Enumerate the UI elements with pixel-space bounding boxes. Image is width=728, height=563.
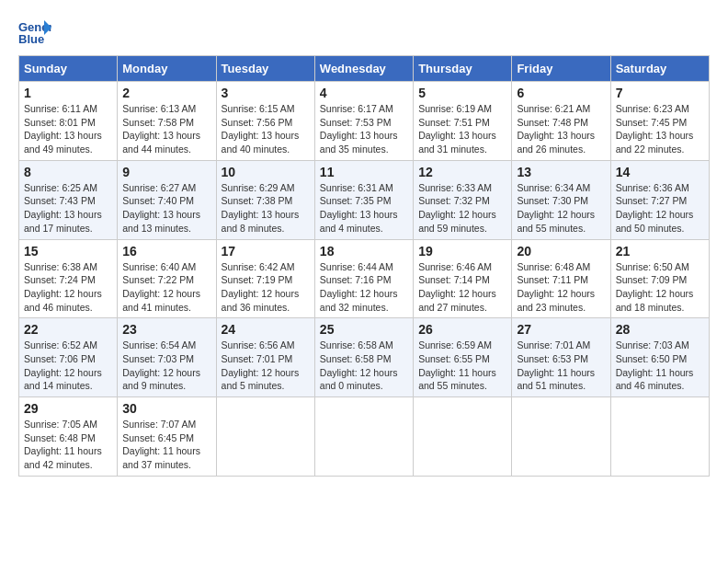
calendar-cell: 29Sunrise: 7:05 AM Sunset: 6:48 PM Dayli… bbox=[19, 397, 118, 477]
day-info: Sunrise: 6:11 AM Sunset: 8:01 PM Dayligh… bbox=[24, 102, 112, 156]
day-info: Sunrise: 6:54 AM Sunset: 7:03 PM Dayligh… bbox=[122, 339, 210, 393]
day-info: Sunrise: 7:07 AM Sunset: 6:45 PM Dayligh… bbox=[122, 418, 210, 472]
week-row-4: 22Sunrise: 6:52 AM Sunset: 7:06 PM Dayli… bbox=[19, 318, 710, 397]
day-info: Sunrise: 6:23 AM Sunset: 7:45 PM Dayligh… bbox=[616, 102, 704, 156]
day-number: 28 bbox=[616, 322, 704, 337]
day-number: 27 bbox=[517, 322, 605, 337]
calendar-cell: 15Sunrise: 6:38 AM Sunset: 7:24 PM Dayli… bbox=[19, 239, 118, 318]
day-number: 1 bbox=[24, 86, 112, 100]
day-info: Sunrise: 6:13 AM Sunset: 7:58 PM Dayligh… bbox=[122, 102, 210, 156]
calendar-cell: 17Sunrise: 6:42 AM Sunset: 7:19 PM Dayli… bbox=[216, 239, 314, 318]
calendar-cell: 28Sunrise: 7:03 AM Sunset: 6:50 PM Dayli… bbox=[610, 318, 709, 397]
calendar-cell: 30Sunrise: 7:07 AM Sunset: 6:45 PM Dayli… bbox=[118, 397, 216, 477]
day-info: Sunrise: 6:33 AM Sunset: 7:32 PM Dayligh… bbox=[418, 181, 506, 236]
logo-icon: General Blue bbox=[18, 18, 51, 46]
day-number: 26 bbox=[418, 322, 506, 337]
day-number: 3 bbox=[222, 86, 310, 100]
day-info: Sunrise: 6:52 AM Sunset: 7:06 PM Dayligh… bbox=[24, 339, 112, 393]
day-number: 23 bbox=[122, 322, 210, 337]
day-number: 10 bbox=[222, 165, 310, 179]
calendar-cell: 7Sunrise: 6:23 AM Sunset: 7:45 PM Daylig… bbox=[610, 82, 709, 161]
calendar-cell: 22Sunrise: 6:52 AM Sunset: 7:06 PM Dayli… bbox=[19, 318, 118, 397]
calendar-cell bbox=[314, 397, 413, 477]
calendar-table: SundayMondayTuesdayWednesdayThursdayFrid… bbox=[18, 55, 710, 477]
calendar-cell bbox=[414, 397, 512, 477]
weekday-header-friday: Friday bbox=[512, 56, 610, 82]
day-number: 11 bbox=[320, 165, 408, 179]
day-info: Sunrise: 6:15 AM Sunset: 7:56 PM Dayligh… bbox=[222, 102, 310, 156]
day-info: Sunrise: 6:44 AM Sunset: 7:16 PM Dayligh… bbox=[320, 260, 408, 315]
day-number: 29 bbox=[24, 401, 112, 416]
calendar-cell: 16Sunrise: 6:40 AM Sunset: 7:22 PM Dayli… bbox=[118, 239, 216, 318]
day-number: 9 bbox=[122, 165, 210, 179]
day-info: Sunrise: 6:59 AM Sunset: 6:55 PM Dayligh… bbox=[418, 339, 506, 393]
page-header: General Blue bbox=[18, 18, 710, 46]
calendar-cell: 3Sunrise: 6:15 AM Sunset: 7:56 PM Daylig… bbox=[216, 82, 314, 161]
day-number: 7 bbox=[616, 86, 704, 100]
calendar-cell: 9Sunrise: 6:27 AM Sunset: 7:40 PM Daylig… bbox=[118, 160, 216, 239]
day-number: 5 bbox=[418, 86, 506, 100]
day-info: Sunrise: 6:36 AM Sunset: 7:27 PM Dayligh… bbox=[616, 181, 704, 236]
day-info: Sunrise: 7:05 AM Sunset: 6:48 PM Dayligh… bbox=[24, 418, 112, 472]
calendar-cell bbox=[610, 397, 709, 477]
calendar-cell: 18Sunrise: 6:44 AM Sunset: 7:16 PM Dayli… bbox=[314, 239, 413, 318]
calendar-cell: 1Sunrise: 6:11 AM Sunset: 8:01 PM Daylig… bbox=[19, 82, 118, 161]
day-info: Sunrise: 6:19 AM Sunset: 7:51 PM Dayligh… bbox=[418, 102, 506, 156]
weekday-header-tuesday: Tuesday bbox=[216, 56, 314, 82]
calendar-cell: 24Sunrise: 6:56 AM Sunset: 7:01 PM Dayli… bbox=[216, 318, 314, 397]
day-info: Sunrise: 6:50 AM Sunset: 7:09 PM Dayligh… bbox=[616, 260, 704, 315]
week-row-3: 15Sunrise: 6:38 AM Sunset: 7:24 PM Dayli… bbox=[19, 239, 710, 318]
day-number: 8 bbox=[24, 165, 112, 179]
day-info: Sunrise: 6:25 AM Sunset: 7:43 PM Dayligh… bbox=[24, 181, 112, 236]
day-info: Sunrise: 6:40 AM Sunset: 7:22 PM Dayligh… bbox=[122, 260, 210, 315]
day-info: Sunrise: 6:46 AM Sunset: 7:14 PM Dayligh… bbox=[418, 260, 506, 315]
calendar-cell: 27Sunrise: 7:01 AM Sunset: 6:53 PM Dayli… bbox=[512, 318, 610, 397]
day-number: 18 bbox=[320, 244, 408, 259]
calendar-cell: 12Sunrise: 6:33 AM Sunset: 7:32 PM Dayli… bbox=[414, 160, 512, 239]
day-info: Sunrise: 6:48 AM Sunset: 7:11 PM Dayligh… bbox=[517, 260, 605, 315]
calendar-cell: 11Sunrise: 6:31 AM Sunset: 7:35 PM Dayli… bbox=[314, 160, 413, 239]
calendar-cell: 23Sunrise: 6:54 AM Sunset: 7:03 PM Dayli… bbox=[118, 318, 216, 397]
day-number: 21 bbox=[616, 244, 704, 259]
day-number: 30 bbox=[122, 401, 210, 416]
week-row-2: 8Sunrise: 6:25 AM Sunset: 7:43 PM Daylig… bbox=[19, 160, 710, 239]
day-info: Sunrise: 6:38 AM Sunset: 7:24 PM Dayligh… bbox=[24, 260, 112, 315]
day-number: 22 bbox=[24, 322, 112, 337]
day-info: Sunrise: 6:31 AM Sunset: 7:35 PM Dayligh… bbox=[320, 181, 408, 236]
day-info: Sunrise: 6:21 AM Sunset: 7:48 PM Dayligh… bbox=[517, 102, 605, 156]
weekday-header-thursday: Thursday bbox=[414, 56, 512, 82]
calendar-cell: 19Sunrise: 6:46 AM Sunset: 7:14 PM Dayli… bbox=[414, 239, 512, 318]
day-number: 25 bbox=[320, 322, 408, 337]
day-info: Sunrise: 6:58 AM Sunset: 6:58 PM Dayligh… bbox=[320, 339, 408, 393]
week-row-5: 29Sunrise: 7:05 AM Sunset: 6:48 PM Dayli… bbox=[19, 397, 710, 477]
weekday-header-saturday: Saturday bbox=[610, 56, 709, 82]
calendar-cell: 4Sunrise: 6:17 AM Sunset: 7:53 PM Daylig… bbox=[314, 82, 413, 161]
calendar-cell: 8Sunrise: 6:25 AM Sunset: 7:43 PM Daylig… bbox=[19, 160, 118, 239]
day-number: 17 bbox=[222, 244, 310, 259]
weekday-header-row: SundayMondayTuesdayWednesdayThursdayFrid… bbox=[19, 56, 710, 82]
day-info: Sunrise: 6:42 AM Sunset: 7:19 PM Dayligh… bbox=[222, 260, 310, 315]
logo: General Blue bbox=[18, 18, 51, 46]
day-number: 6 bbox=[517, 86, 605, 100]
day-number: 16 bbox=[122, 244, 210, 259]
calendar-cell: 20Sunrise: 6:48 AM Sunset: 7:11 PM Dayli… bbox=[512, 239, 610, 318]
day-info: Sunrise: 6:17 AM Sunset: 7:53 PM Dayligh… bbox=[320, 102, 408, 156]
day-info: Sunrise: 7:01 AM Sunset: 6:53 PM Dayligh… bbox=[517, 339, 605, 393]
calendar-cell bbox=[512, 397, 610, 477]
weekday-header-wednesday: Wednesday bbox=[314, 56, 413, 82]
week-row-1: 1Sunrise: 6:11 AM Sunset: 8:01 PM Daylig… bbox=[19, 82, 710, 161]
calendar-cell: 5Sunrise: 6:19 AM Sunset: 7:51 PM Daylig… bbox=[414, 82, 512, 161]
day-info: Sunrise: 7:03 AM Sunset: 6:50 PM Dayligh… bbox=[616, 339, 704, 393]
day-number: 24 bbox=[222, 322, 310, 337]
calendar-cell: 14Sunrise: 6:36 AM Sunset: 7:27 PM Dayli… bbox=[610, 160, 709, 239]
day-number: 15 bbox=[24, 244, 112, 259]
calendar-cell: 2Sunrise: 6:13 AM Sunset: 7:58 PM Daylig… bbox=[118, 82, 216, 161]
day-number: 14 bbox=[616, 165, 704, 179]
calendar-cell: 25Sunrise: 6:58 AM Sunset: 6:58 PM Dayli… bbox=[314, 318, 413, 397]
calendar-cell: 10Sunrise: 6:29 AM Sunset: 7:38 PM Dayli… bbox=[216, 160, 314, 239]
calendar-cell: 26Sunrise: 6:59 AM Sunset: 6:55 PM Dayli… bbox=[414, 318, 512, 397]
day-number: 12 bbox=[418, 165, 506, 179]
calendar-cell: 13Sunrise: 6:34 AM Sunset: 7:30 PM Dayli… bbox=[512, 160, 610, 239]
day-info: Sunrise: 6:56 AM Sunset: 7:01 PM Dayligh… bbox=[222, 339, 310, 393]
day-info: Sunrise: 6:34 AM Sunset: 7:30 PM Dayligh… bbox=[517, 181, 605, 236]
